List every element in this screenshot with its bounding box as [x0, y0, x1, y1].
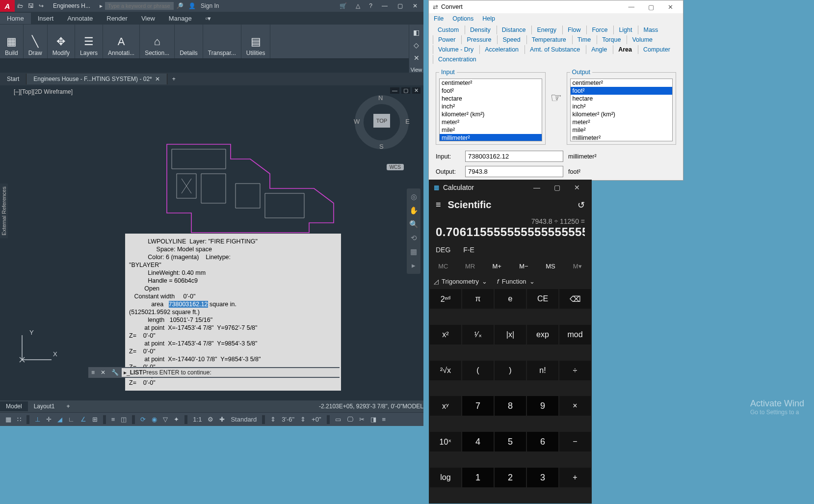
key-3[interactable]: 3 — [527, 468, 558, 487]
key-[interactable]: × — [559, 396, 591, 416]
steering-wheel-icon[interactable]: ◎ — [411, 192, 417, 201]
deg-button[interactable]: DEG — [436, 246, 450, 254]
sb-scale[interactable]: 1:1 — [191, 415, 203, 424]
output-value-field[interactable] — [465, 166, 563, 177]
key-x[interactable]: xʸ — [430, 396, 461, 416]
unit-option[interactable]: hectare — [440, 95, 542, 103]
category-time[interactable]: Time — [572, 35, 596, 44]
sb-anno-icon[interactable]: ✚ — [218, 415, 226, 424]
save-icon[interactable]: 🖫 — [26, 2, 36, 9]
category-computer[interactable]: Computer — [638, 45, 675, 54]
viewcube[interactable]: TOP N S E W — [355, 95, 409, 149]
key-[interactable]: + — [559, 468, 591, 487]
sb-polar-icon[interactable]: ✛ — [45, 415, 53, 424]
wcs-badge[interactable]: WCS — [387, 164, 404, 170]
trig-dropdown[interactable]: ◿Trigonometry⌄ — [434, 278, 487, 285]
new-layout-button[interactable]: + — [60, 401, 76, 411]
search-icon[interactable]: 🔎 — [174, 2, 186, 9]
key-10[interactable]: 10ˣ — [430, 432, 461, 451]
new-tab-button[interactable]: + — [167, 74, 181, 84]
input-value-field[interactable] — [465, 151, 563, 162]
key-mod[interactable]: mod — [559, 325, 591, 345]
app-icon[interactable]: △ — [353, 2, 363, 9]
menu-file[interactable]: File — [434, 15, 444, 22]
key-exp[interactable]: exp — [527, 325, 558, 345]
user-icon[interactable]: 👤 — [186, 2, 198, 9]
mlist-button[interactable]: M▾ — [564, 260, 591, 273]
key-6[interactable]: 6 — [527, 432, 558, 451]
panel-details[interactable]: Details — [175, 25, 203, 58]
category-force[interactable]: Force — [586, 26, 612, 34]
tab-overflow-icon[interactable]: ▫▾ — [199, 13, 218, 24]
hamburger-icon[interactable]: ≡ — [436, 200, 441, 210]
panel-layers[interactable]: ☰Layers — [75, 25, 103, 58]
tab-home[interactable]: Home — [0, 13, 31, 24]
cmd-history-icon[interactable]: ≡ — [88, 369, 98, 376]
mc-button[interactable]: MC — [430, 260, 457, 273]
sb-ws-icon[interactable]: ▭ — [334, 415, 342, 424]
tab-model[interactable]: Model — [0, 401, 28, 411]
key-[interactable]: ¹⁄ₓ — [462, 325, 494, 345]
category-amtofsubstance[interactable]: Amt. of Substance — [525, 45, 585, 54]
unit-option[interactable]: mile² — [571, 126, 673, 134]
sb-lineweight-icon[interactable]: ≡ — [110, 415, 117, 424]
vp-close[interactable]: ✕ — [412, 87, 420, 94]
input-unit-listbox[interactable]: centimeter²foot²hectareinch²kilometer² (… — [439, 79, 542, 141]
key-x[interactable]: |x| — [495, 325, 526, 345]
sb-cycle-icon[interactable]: ⟳ — [139, 415, 147, 424]
convert-close[interactable]: ✕ — [662, 1, 679, 13]
panel-utilities[interactable]: ▤Utilities — [241, 25, 271, 58]
cmd-close-icon[interactable]: ✕ — [98, 369, 108, 376]
panel-modify[interactable]: ✥Modify — [48, 25, 75, 58]
category-density[interactable]: Density — [465, 26, 496, 34]
key-[interactable]: ÷ — [559, 361, 591, 380]
restore-button[interactable]: ▢ — [394, 1, 406, 10]
tab-manage[interactable]: Manage — [162, 13, 199, 24]
panel-draw[interactable]: ╲Draw — [24, 25, 48, 58]
close-button[interactable]: ✕ — [410, 1, 420, 10]
nav-expand-icon[interactable]: ▸ — [412, 261, 416, 270]
calc-maximize[interactable]: ▢ — [547, 181, 567, 194]
unit-option[interactable]: centimeter² — [571, 79, 673, 87]
tab-insert[interactable]: Insert — [31, 13, 61, 24]
close-tab-icon[interactable]: ✕ — [155, 76, 160, 82]
key-x[interactable]: x² — [430, 325, 461, 345]
unit-option[interactable]: kilometer² (km²) — [440, 110, 542, 118]
key-2[interactable]: 2ⁿᵈ — [430, 289, 461, 309]
sb-transparency-icon[interactable]: ◫ — [119, 415, 128, 424]
category-acceleration[interactable]: Acceleration — [479, 45, 524, 54]
tab-start[interactable]: Start — [0, 74, 26, 84]
tab-render[interactable]: Render — [100, 13, 134, 24]
unit-option[interactable]: foot² — [440, 87, 542, 95]
unit-option[interactable]: millimeter² — [571, 134, 673, 141]
vp-restore[interactable]: ▢ — [401, 87, 410, 94]
command-line[interactable]: ≡ ✕ 🔧 ▸_ LIST Press ENTER to continue: — [88, 367, 340, 378]
unit-option[interactable]: mile² — [440, 126, 542, 134]
arrow-icon[interactable]: ↪ — [36, 2, 46, 9]
viewcube-south[interactable]: S — [379, 143, 384, 150]
category-pressure[interactable]: Pressure — [461, 35, 496, 44]
unit-option[interactable]: hectare — [571, 95, 673, 103]
category-concentration[interactable]: Concentration — [433, 55, 481, 64]
unit-option[interactable]: inch² — [571, 103, 673, 110]
pan-icon[interactable]: ✋ — [409, 206, 419, 215]
sb-monitor-icon[interactable]: 🖵 — [345, 415, 355, 424]
category-volume[interactable]: Volume — [627, 35, 657, 44]
sb-elev[interactable]: +0" — [310, 415, 322, 424]
key-log[interactable]: log — [430, 468, 461, 487]
arrows-icon[interactable]: ✕ — [414, 54, 420, 62]
viewcube-top[interactable]: TOP — [373, 114, 390, 128]
unit-option[interactable]: foot² — [571, 87, 673, 95]
minimize-button[interactable]: — — [379, 1, 391, 10]
panel-section[interactable]: ⌂Section... — [140, 25, 175, 58]
key-ce[interactable]: CE — [527, 289, 558, 309]
viewcube-west[interactable]: W — [354, 118, 360, 125]
sb-height[interactable]: 3'-6" — [280, 415, 296, 424]
key-2[interactable]: 2 — [495, 468, 526, 487]
sb-otrack-icon[interactable]: ∠ — [79, 415, 88, 424]
category-energy[interactable]: Energy — [531, 26, 561, 34]
key-x[interactable]: ²√x — [430, 361, 461, 380]
category-volumedry[interactable]: Volume - Dry — [433, 45, 478, 54]
panel-annotation[interactable]: AAnnotati... — [103, 25, 140, 58]
sb-iso-icon[interactable]: ◢ — [56, 415, 64, 424]
